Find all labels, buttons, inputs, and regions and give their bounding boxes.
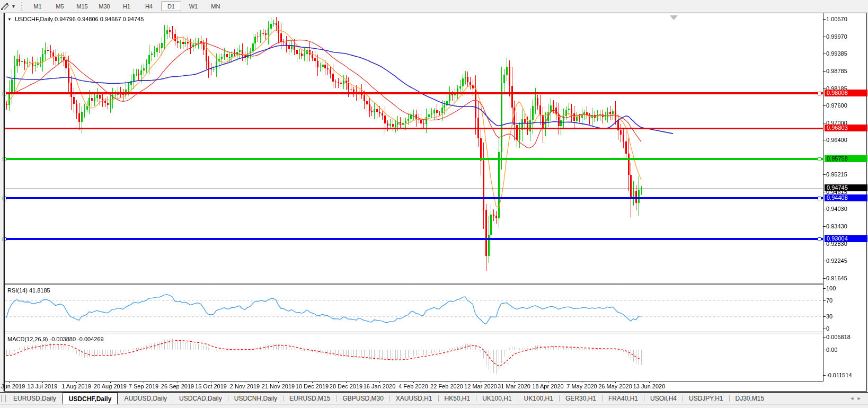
- chart-tab-bar: EURUSD,DailyUSDCHF,DailyAUDUSD,DailyUSDC…: [0, 392, 868, 404]
- status-bar: [0, 404, 868, 408]
- price-tick-label: 0.97600: [826, 102, 847, 109]
- chart-canvas[interactable]: [0, 0, 868, 408]
- timeframe-button-D1[interactable]: D1: [161, 1, 181, 11]
- chart-tab-USOil-H4[interactable]: USOil,H4: [644, 393, 683, 404]
- periods-dropdown-caret-icon[interactable]: ▼: [11, 4, 16, 9]
- level-price-label[interactable]: 0.98008: [825, 90, 867, 96]
- timeframe-buttons: M1M5M15M30H1H4D1W1MN: [26, 1, 227, 11]
- chart-tab-DJ30-M15[interactable]: DJ30,M15: [730, 393, 770, 404]
- chart-tab-GBPUSD-M30[interactable]: GBPUSD,M30: [336, 393, 389, 404]
- level-price-label[interactable]: 0.95758: [825, 155, 867, 162]
- timeframe-button-W1[interactable]: W1: [183, 1, 203, 11]
- price-tick-label: 0.93430: [826, 223, 847, 230]
- chart-tab-EURUSD-Daily[interactable]: EURUSD,Daily: [7, 393, 62, 404]
- timeframe-button-H4[interactable]: H4: [139, 1, 159, 11]
- tab-scroll-arrows[interactable]: ◂▸: [851, 395, 865, 402]
- rsi-indicator-label: RSI(14) 41.8185: [7, 287, 50, 294]
- tabbar-grip-handle[interactable]: [1, 395, 6, 402]
- price-tick-label: 0.91645: [826, 275, 847, 282]
- timeframe-button-MN[interactable]: MN: [206, 1, 226, 11]
- current-price-label: 0.94745: [825, 184, 867, 191]
- price-tick-label: 0.92245: [826, 258, 847, 264]
- macd-tick-label: 0.00: [826, 347, 837, 353]
- timeframe-button-M15[interactable]: M15: [72, 1, 92, 11]
- price-tick-label: 0.99385: [826, 50, 847, 57]
- chart-tab-AUDUSD-Daily[interactable]: AUDUSD,Daily: [118, 393, 173, 404]
- chart-tab-HK50-H1[interactable]: HK50,H1: [439, 393, 476, 404]
- tab-scroll-right-icon[interactable]: ▸: [857, 395, 865, 401]
- chart-tab-USDCAD-Daily[interactable]: USDCAD,Daily: [173, 393, 228, 404]
- price-tick-label: 0.94030: [826, 206, 847, 212]
- collapse-caret-icon[interactable]: ▼: [7, 17, 12, 22]
- chart-tab-EURUSD-M15[interactable]: EURUSD,M15: [284, 393, 336, 404]
- macd-tick-label: 0.005818: [826, 334, 851, 341]
- chart-tab-USDCHF-Daily[interactable]: USDCHF,Daily: [63, 393, 118, 404]
- tab-scroll-left-icon[interactable]: ◂: [851, 395, 858, 401]
- price-tick-label: 1.00570: [826, 16, 847, 23]
- chart-tab-USDCNH-Daily[interactable]: USDCNH,Daily: [228, 393, 283, 404]
- chart-tab-UK100-H1[interactable]: UK100,H1: [518, 393, 559, 404]
- timeframe-button-M30[interactable]: M30: [94, 1, 114, 11]
- chart-tab-FRA40-H1[interactable]: FRA40,H1: [603, 393, 644, 404]
- price-tick-label: 0.98785: [826, 68, 847, 75]
- rsi-tick-label: 30: [826, 313, 832, 320]
- chart-periods-icon[interactable]: [1, 2, 10, 11]
- level-price-label[interactable]: 0.94408: [825, 194, 867, 201]
- price-tick-label: 0.96400: [826, 137, 847, 144]
- ohlc-info-text: USDCHF,Daily 0.94796 0.94806 0.94667 0.9…: [15, 16, 144, 22]
- macd-tick-label: -0.011514: [826, 372, 852, 379]
- timeframe-button-M1[interactable]: M1: [28, 1, 48, 11]
- macd-indicator-label: MACD(12,26,9) -0.003880 -0.004269: [7, 336, 104, 342]
- chart-info-line: ▼USDCHF,Daily 0.94796 0.94806 0.94667 0.…: [7, 16, 144, 22]
- chart-tab-UK100-H1[interactable]: UK100,H1: [476, 393, 517, 404]
- timeframe-button-H1[interactable]: H1: [117, 1, 137, 11]
- chart-tabs: EURUSD,DailyUSDCHF,DailyAUDUSD,DailyUSDC…: [7, 393, 770, 404]
- toolbar-grip-handle[interactable]: [20, 2, 23, 11]
- timeframe-button-M5[interactable]: M5: [50, 1, 70, 11]
- chart-tab-GER30-H1[interactable]: GER30,H1: [560, 393, 602, 404]
- rsi-tick-label: 0: [826, 325, 829, 332]
- chart-tab-XAUUSD-H1[interactable]: XAUUSD,H1: [390, 393, 438, 404]
- level-price-label[interactable]: 0.96803: [825, 125, 867, 131]
- rsi-tick-label: 70: [826, 297, 832, 304]
- rsi-tick-label: 100: [826, 285, 836, 292]
- chart-tab-USDJPY-H1[interactable]: USDJPY,H1: [683, 393, 729, 404]
- price-tick-label: 0.99970: [826, 33, 847, 40]
- date-label: 13 Jun 2020: [627, 383, 671, 390]
- price-tick-label: 0.95215: [826, 171, 847, 178]
- timeframe-toolbar: ▼ M1M5M15M30H1H4D1W1MN: [0, 0, 868, 13]
- level-price-label[interactable]: 0.93004: [825, 235, 867, 242]
